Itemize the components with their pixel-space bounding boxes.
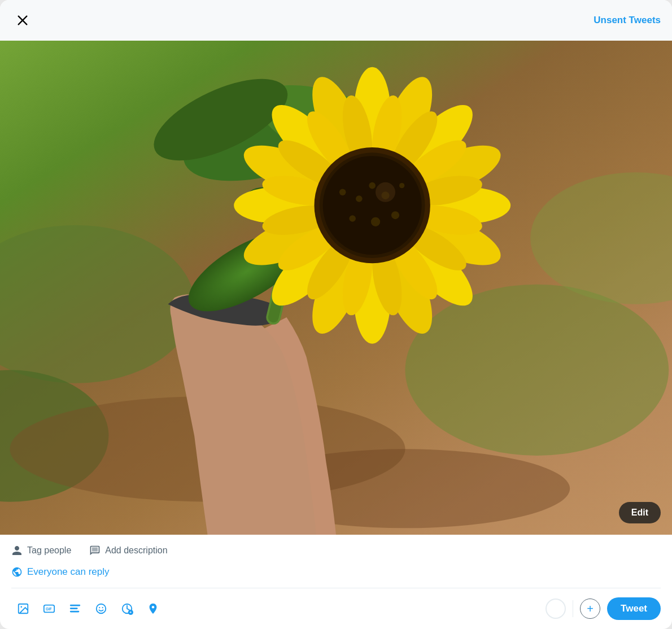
svg-point-4	[405, 285, 669, 456]
reply-settings-section: Everyone can reply	[0, 562, 672, 588]
svg-point-57	[376, 182, 395, 202]
schedule-icon: +	[121, 602, 133, 615]
svg-point-59	[20, 606, 22, 608]
svg-text:GIF: GIF	[46, 607, 52, 611]
description-icon	[89, 545, 101, 556]
svg-point-55	[399, 183, 404, 188]
image-container: Edit	[0, 41, 672, 535]
gif-icon: GIF	[43, 602, 55, 615]
unsent-tweets-button[interactable]: Unsent Tweets	[594, 15, 661, 26]
svg-point-65	[97, 604, 106, 614]
toolbar-right-group: + Tweet	[546, 597, 661, 620]
edit-button[interactable]: Edit	[619, 502, 661, 523]
person-icon	[11, 545, 23, 556]
svg-point-50	[356, 195, 363, 202]
location-icon	[147, 602, 159, 615]
svg-point-67	[102, 607, 103, 608]
everyone-can-reply-label: Everyone can reply	[27, 566, 110, 578]
svg-point-54	[369, 182, 376, 189]
compose-tweet-modal: Unsent Tweets	[0, 0, 672, 629]
svg-point-53	[391, 211, 399, 219]
svg-point-52	[349, 215, 356, 222]
poll-toolbar-button[interactable]	[63, 597, 87, 621]
tag-people-button[interactable]: Tag people	[11, 545, 71, 556]
sunflower-image	[0, 41, 672, 535]
add-description-label: Add description	[105, 545, 167, 556]
emoji-toolbar-button[interactable]	[89, 597, 113, 621]
close-button[interactable]	[11, 9, 34, 32]
emoji-icon	[95, 602, 107, 615]
add-description-button[interactable]: Add description	[89, 545, 167, 556]
svg-text:+: +	[129, 610, 132, 614]
photo-area: Edit	[0, 41, 672, 535]
svg-point-48	[323, 156, 422, 255]
toolbar-icons-group: GIF	[11, 597, 543, 621]
tag-people-label: Tag people	[27, 545, 71, 556]
location-toolbar-button[interactable]	[141, 597, 165, 621]
svg-point-66	[99, 607, 100, 608]
tweet-submit-button[interactable]: Tweet	[607, 597, 661, 620]
image-toolbar-button[interactable]	[11, 597, 35, 621]
compose-toolbar: GIF	[0, 588, 672, 629]
add-tweet-button[interactable]: +	[580, 599, 600, 619]
modal-header: Unsent Tweets	[0, 0, 672, 41]
reply-settings-button[interactable]: Everyone can reply	[11, 566, 110, 578]
svg-rect-62	[70, 605, 80, 606]
svg-rect-63	[70, 608, 78, 609]
image-actions-bar: Tag people Add description	[0, 535, 672, 562]
toolbar-vertical-divider	[573, 600, 573, 617]
svg-point-51	[371, 217, 380, 226]
svg-point-56	[339, 189, 346, 196]
image-icon	[17, 602, 29, 615]
svg-rect-64	[70, 611, 79, 613]
character-count-circle	[546, 599, 566, 619]
globe-icon	[11, 566, 23, 578]
schedule-toolbar-button[interactable]: +	[115, 597, 139, 621]
poll-icon	[69, 602, 81, 615]
gif-toolbar-button[interactable]: GIF	[37, 597, 61, 621]
close-icon	[16, 14, 29, 27]
